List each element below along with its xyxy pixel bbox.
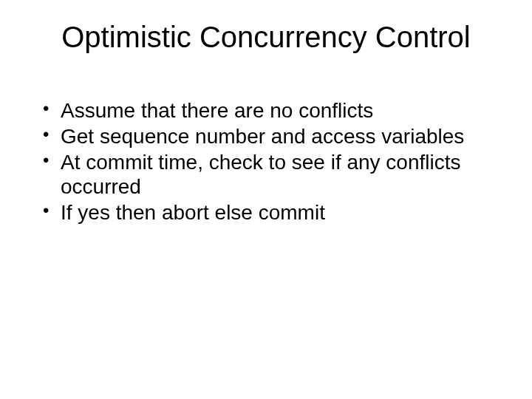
slide: Optimistic Concurrency Control Assume th… xyxy=(0,0,532,399)
bullet-list: Assume that there are no conflicts Get s… xyxy=(37,98,495,225)
list-item: Get sequence number and access variables xyxy=(43,124,495,149)
list-item: If yes then abort else commit xyxy=(43,200,495,225)
list-item: Assume that there are no conflicts xyxy=(43,98,495,123)
slide-title: Optimistic Concurrency Control xyxy=(37,21,495,54)
list-item: At commit time, check to see if any conf… xyxy=(43,150,495,199)
